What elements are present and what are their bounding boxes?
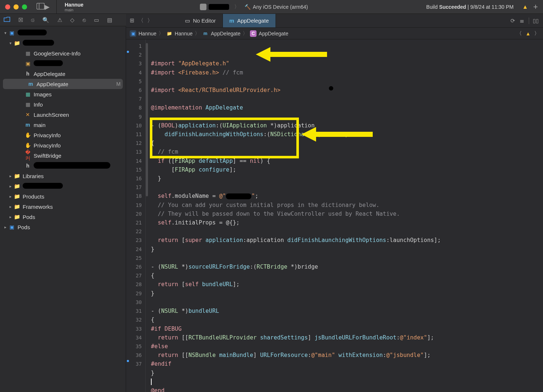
tree-file-selected[interactable]: mAppDelegateM (3, 79, 123, 89)
tree-folder[interactable]: ▸📁Frameworks (0, 201, 126, 212)
project-navigator-icon[interactable] (4, 17, 10, 23)
tree-group[interactable]: ▾ 📁 (0, 38, 126, 48)
warning-icon[interactable]: ▲ (517, 4, 533, 10)
tree-file[interactable]: hAppDelegate (0, 69, 126, 79)
line-number: 6 (126, 86, 142, 95)
find-navigator-icon[interactable]: 🔍 (42, 17, 49, 23)
source-editor[interactable]: 1 2 3 4 5 6 7 8 9 10 11 12 13 14 15 16 1… (126, 39, 543, 392)
add-tab-button[interactable]: + (533, 2, 543, 12)
disclosure-triangle-icon[interactable]: ▸ (8, 174, 13, 178)
tree-file[interactable]: ✋PrivacyInfo (0, 140, 126, 150)
tree-file[interactable]: �커SwiftBridge (0, 150, 126, 161)
tree-project-root[interactable]: ▾ ▣ (0, 28, 126, 38)
tree-file[interactable]: ▦Info (0, 99, 126, 109)
breakpoint-navigator-icon[interactable]: ▭ (94, 17, 99, 23)
back-icon[interactable]: 〈 (517, 30, 522, 37)
line-number: 10 (126, 121, 142, 130)
disclosure-triangle-icon[interactable]: ▾ (3, 31, 8, 35)
line-number: 14 (126, 157, 142, 165)
report-navigator-icon[interactable]: ▤ (107, 17, 112, 23)
related-items-icon[interactable]: ⊞ (130, 17, 134, 24)
line-number: 19 (126, 201, 142, 210)
editor-tab-active[interactable]: m AppDelegate (223, 14, 276, 27)
xcode-project-icon: ▣ (8, 224, 15, 230)
line-number: 32 (126, 315, 142, 324)
line-number: 13 (126, 147, 142, 156)
zoom-window-icon[interactable] (22, 4, 27, 9)
xcode-project-icon: ▣ (8, 30, 15, 36)
project-selector[interactable]: Hannue main (61, 2, 81, 12)
minimize-window-icon[interactable] (14, 4, 19, 9)
forward-icon[interactable]: 〉 (534, 30, 539, 37)
file-tree[interactable]: ▾ ▣ ▾ 📁 ▦GoogleService-Info ▣ hAppDelega… (0, 26, 126, 232)
chevron-right-icon: 〉 (243, 30, 248, 37)
warning-icon[interactable]: ▲ (525, 31, 531, 36)
line-number: 22 (126, 227, 142, 236)
panel-icon[interactable]: ▯▯ (529, 18, 539, 24)
jumpbar-segment[interactable]: AppDelegate (259, 31, 288, 36)
tree-project-pods[interactable]: ▸▣Pods (0, 222, 126, 232)
jumpbar-segment[interactable]: Hannue (175, 31, 193, 36)
jumpbar-segment[interactable]: Hannue (138, 31, 156, 36)
window-controls[interactable] (0, 4, 27, 9)
change-marker-icon (127, 51, 129, 53)
line-number: 4 (126, 68, 142, 77)
disclosure-triangle-icon[interactable]: ▸ (8, 204, 13, 209)
folder-icon: 📁 (13, 183, 20, 189)
tree-file[interactable]: ▦Images (0, 89, 126, 99)
tree-file[interactable]: mmain (0, 120, 126, 130)
adjust-editor-icon[interactable]: ≣ (520, 18, 524, 24)
tree-folder[interactable]: ▸📁Products (0, 191, 126, 201)
tree-file[interactable]: ▣ (0, 58, 126, 69)
disclosure-triangle-icon[interactable]: ▸ (8, 215, 13, 219)
tree-folder[interactable]: ▸📁Pods (0, 212, 126, 222)
close-window-icon[interactable] (5, 4, 10, 9)
source-control-navigator-icon[interactable]: ☒ (18, 17, 23, 23)
tree-file[interactable]: ▦GoogleService-Info (0, 48, 126, 58)
tab-label: No Editor (193, 18, 216, 24)
privacy-icon: ✋ (24, 142, 31, 148)
class-icon: C (250, 30, 257, 37)
debug-navigator-icon[interactable]: ⎋ (83, 17, 86, 23)
line-number: 26 (126, 262, 142, 271)
image-icon: ▣ (24, 61, 31, 66)
sidebar-toggle-icon[interactable] (37, 3, 45, 11)
run-button[interactable]: ▶ (45, 3, 50, 11)
refresh-icon[interactable]: ⟳ (510, 18, 515, 24)
line-number: 7 (126, 95, 142, 103)
line-number: 3 (126, 59, 142, 68)
objc-file-icon: m (24, 122, 31, 128)
build-status[interactable]: Build Succeeded | 9/8/24 at 11:30 PM (426, 4, 517, 10)
jump-bar[interactable]: ▣ Hannue 〉 📁 Hannue 〉 m AppDelegate 〉 C … (126, 28, 543, 39)
forward-button[interactable]: 〉 (147, 17, 153, 24)
issue-navigator-icon[interactable]: ⚠ (57, 17, 62, 23)
disclosure-triangle-icon[interactable]: ▸ (8, 194, 13, 199)
line-number: 31 (126, 307, 142, 315)
back-button[interactable]: 〈 (138, 17, 144, 24)
editor-tab[interactable]: ▭ No Editor (178, 14, 223, 27)
line-number-gutter[interactable]: 1 2 3 4 5 6 7 8 9 10 11 12 13 14 15 16 1… (126, 39, 146, 392)
tree-folder[interactable]: ▸📁 (0, 181, 126, 191)
test-navigator-icon[interactable]: ◇ (70, 17, 75, 23)
objc-file-icon: m (27, 81, 34, 87)
line-number: 35 (126, 342, 142, 351)
disclosure-triangle-icon[interactable]: ▸ (3, 225, 8, 230)
tree-file[interactable]: ✕LaunchScreen (0, 109, 126, 120)
tree-folder[interactable]: ▸📁Libraries (0, 171, 126, 181)
disclosure-triangle-icon[interactable]: ▸ (8, 184, 13, 189)
tree-file[interactable]: ✋PrivacyInfo (0, 130, 126, 140)
bookmark-navigator-icon[interactable]: ⟃ (31, 17, 34, 23)
assets-icon: ▦ (24, 91, 31, 97)
titlebar: ▶ Hannue main 〉 🔨Any iOS Device (arm64) … (0, 0, 543, 14)
tree-file[interactable]: h (0, 161, 126, 171)
folder-icon: 📁 (13, 40, 20, 46)
disclosure-triangle-icon[interactable]: ▾ (8, 41, 13, 46)
scheme-destination[interactable]: 〉 🔨Any iOS Device (arm64) (81, 4, 426, 10)
code-text[interactable]: #import "AppDelegate.h" #import <Firebas… (146, 39, 543, 392)
navigator-selector[interactable]: ☒ ⟃ 🔍 ⚠ ◇ ⎋ ▭ ▤ (0, 14, 126, 26)
chevron-right-icon: 〉 (195, 30, 200, 37)
app-icon (200, 4, 206, 10)
header-file-icon: h (24, 163, 31, 169)
jumpbar-segment[interactable]: AppDelegate (211, 31, 240, 36)
code-fold-ribbon[interactable] (146, 43, 148, 196)
